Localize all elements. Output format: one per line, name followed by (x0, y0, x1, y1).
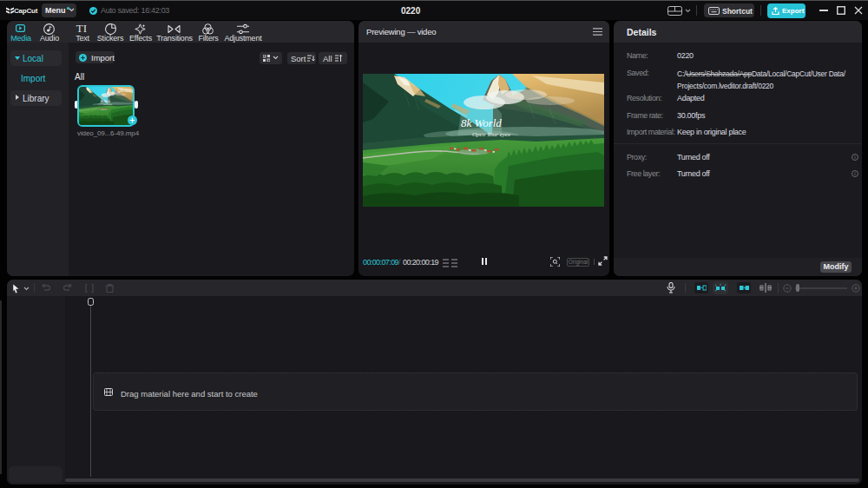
svg-text:Open Your eyes: Open Your eyes (472, 131, 510, 138)
svg-text:8k World: 8k World (461, 116, 502, 129)
